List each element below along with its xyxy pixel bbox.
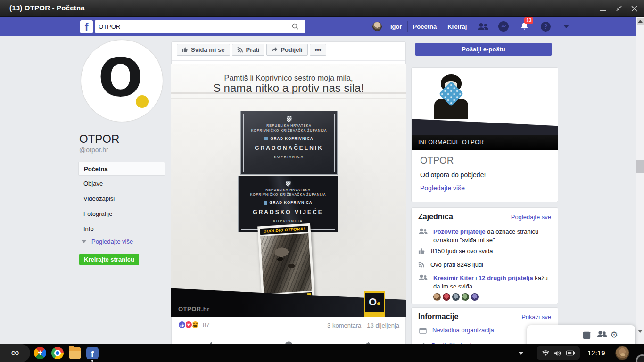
sidebar-item-videozapisi[interactable]: Videozapisi <box>78 192 165 206</box>
see-more-label[interactable]: Pogledajte više <box>91 238 133 245</box>
like-reaction-icon[interactable] <box>178 321 186 329</box>
triangle-down-icon <box>638 330 643 333</box>
search-input[interactable] <box>99 20 282 33</box>
city-logo-icon <box>264 137 268 140</box>
sidebar-item-fotografije[interactable]: Fotografije <box>78 207 165 221</box>
category-link[interactable]: Nevladina organizacija <box>432 327 494 334</box>
plaque-line: KOPRIVNIČKO-KRIŽEVAČKA ŽUPANIJA <box>241 129 337 132</box>
community-title: Zajednica <box>418 213 453 221</box>
follow-rss-icon <box>237 47 243 53</box>
invite-friends-link[interactable]: Pozovite prijatelje <box>433 228 486 235</box>
user-avatar[interactable] <box>372 22 382 31</box>
active-app-indicator <box>91 360 93 362</box>
app-center-icon[interactable]: + <box>34 347 46 359</box>
status-menu-chevron-icon[interactable] <box>519 352 523 355</box>
window-titlebar: (13) OTPOR - Početna <box>0 0 644 17</box>
share-button[interactable]: Podijeli <box>266 44 307 56</box>
page-title: OTPOR <box>79 132 119 146</box>
about-see-more-link[interactable]: Pogledajte više <box>420 184 465 192</box>
community-see-all-link[interactable]: Pogledajte sve <box>511 214 551 221</box>
edit-button[interactable] <box>583 330 592 341</box>
divider <box>472 21 472 32</box>
follow-button[interactable]: Prati <box>232 44 265 56</box>
files-icon[interactable] <box>69 347 81 359</box>
community-follows-row: Ovo prati 8248 ljudi <box>418 261 548 269</box>
system-tray[interactable] <box>537 346 580 360</box>
shares-count[interactable]: 13 dijeljenja <box>367 322 399 329</box>
community-invite-row: Pozovite prijatelje da označe stranicu o… <box>418 228 551 245</box>
sidebar-item-objave[interactable]: Objave <box>78 177 165 191</box>
endless-infinity-icon: ∞ <box>11 346 19 359</box>
settings-button[interactable]: ⚙ <box>610 330 618 339</box>
chrome-icon[interactable] <box>51 347 64 359</box>
more-options-button[interactable]: ••• <box>310 44 327 56</box>
sidebar-see-more[interactable]: Pogledajte više <box>81 238 133 245</box>
friend-link[interactable]: Kresimir Kiter <box>433 274 474 281</box>
search-icon[interactable] <box>291 23 299 30</box>
otpor-logo-badge: O <box>364 291 385 317</box>
page-profile-picture[interactable]: O <box>81 40 163 122</box>
friend-requests-button[interactable] <box>477 23 488 31</box>
invite-people-button[interactable] <box>597 330 607 340</box>
help-button[interactable]: ? <box>540 22 551 32</box>
create-link[interactable]: Kreiraj <box>442 23 472 30</box>
comments-count[interactable]: 3 komentara <box>327 322 361 329</box>
friends-like-text: Kresimir Kiter i 12 drugih prijatelja ka… <box>433 274 551 301</box>
scrollbar-thumb[interactable] <box>636 160 644 173</box>
notifications-button[interactable]: 13 <box>519 22 530 31</box>
send-email-button[interactable]: Pošalji e-poštu <box>415 43 552 56</box>
plaque-line: REPUBLIKA HRVATSKA <box>239 188 338 191</box>
sidebar-item-pocetna[interactable]: Početna <box>78 162 165 176</box>
browser-scrollbar[interactable] <box>636 17 644 344</box>
people-plus-icon <box>597 330 607 338</box>
facebook-app-icon[interactable]: f <box>86 347 99 359</box>
friend-avatars <box>433 293 551 301</box>
volume-icon <box>554 350 562 356</box>
create-page-button[interactable]: Kreirajte stranicu <box>79 254 139 265</box>
about-title: OTPOR <box>420 155 454 166</box>
search-box[interactable] <box>95 20 305 33</box>
follows-count-text: Ovo prati 8248 ljudi <box>430 261 548 269</box>
restore-button[interactable] <box>614 4 624 13</box>
app-launcher-button[interactable]: ∞ <box>0 344 30 362</box>
reaction-count[interactable]: 87 <box>203 321 209 329</box>
clock[interactable]: 12:19 <box>587 349 605 357</box>
plaque-line: KOPRIVNIČKO-KRIŽEVAČKA ŽUPANIJA <box>239 193 338 196</box>
plaque-city-row: GRAD KOPRIVNICA <box>241 136 337 140</box>
battery-icon <box>566 350 575 356</box>
friends-icon <box>418 228 428 235</box>
home-link[interactable]: Početna <box>408 23 442 30</box>
like-page-button[interactable]: Sviđa mi se <box>177 44 230 56</box>
minimize-button[interactable] <box>598 4 608 13</box>
chevron-down-icon <box>81 240 87 243</box>
chevron-down-icon <box>563 25 569 28</box>
friends-more-link[interactable]: 12 drugih prijatelja <box>479 274 533 281</box>
avatar[interactable] <box>443 293 450 301</box>
post-image[interactable]: Pamtiš li Koprivnico sestro moja mila, S… <box>171 64 406 317</box>
facebook-logo[interactable]: f <box>80 20 93 33</box>
plaque-mayor: REPUBLIKA HRVATSKA KOPRIVNIČKO-KRIŽEVAČK… <box>240 111 338 175</box>
ellipsis-icon: ••• <box>315 46 322 53</box>
avatar[interactable] <box>471 293 479 301</box>
close-button[interactable] <box>629 4 639 13</box>
reactions-row[interactable]: ♥ 87 <box>178 321 209 329</box>
follow-rss-icon <box>418 261 425 268</box>
messenger-icon <box>498 21 509 32</box>
avatar[interactable] <box>462 293 469 301</box>
sidebar-item-info[interactable]: Info <box>78 222 165 236</box>
scroll-down-button[interactable] <box>637 328 644 335</box>
avatar[interactable] <box>452 293 460 301</box>
otpor-illustration[interactable] <box>412 68 558 135</box>
profile-link[interactable]: Igor <box>385 23 407 30</box>
info-see-all-link[interactable]: Prikaži sve <box>521 313 551 321</box>
restore-icon <box>616 5 622 12</box>
likes-count-text: 8150 ljudi se ovo sviđa <box>431 247 549 255</box>
messenger-button[interactable] <box>498 21 509 32</box>
account-menu-button[interactable] <box>561 25 572 28</box>
close-icon <box>631 6 637 12</box>
avatar[interactable] <box>433 293 441 301</box>
scroll-up-button[interactable] <box>637 18 644 25</box>
user-session-avatar[interactable] <box>615 346 629 360</box>
masked-person-illustration <box>434 74 468 122</box>
plaque-city-label: GRAD KOPRIVNICA <box>269 200 312 205</box>
